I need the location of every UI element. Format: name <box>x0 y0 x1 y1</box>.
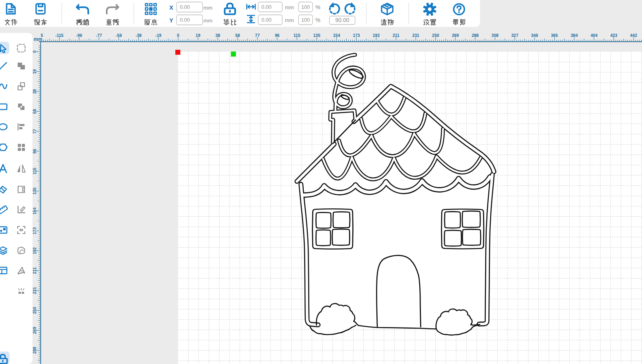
svg-text:211: 211 <box>392 33 399 38</box>
svg-text:442: 442 <box>630 33 637 38</box>
svg-text:38: 38 <box>215 33 220 38</box>
svg-text:346: 346 <box>531 33 538 38</box>
svg-text:192: 192 <box>373 33 380 38</box>
svg-text:173: 173 <box>32 227 37 234</box>
svg-text:404: 404 <box>591 33 598 38</box>
svg-text:-38: -38 <box>136 33 142 38</box>
svg-text:250: 250 <box>432 33 439 38</box>
svg-text:mm: mm <box>285 4 294 10</box>
svg-text:X: X <box>169 4 173 11</box>
svg-text:mm: mm <box>203 18 213 24</box>
svg-text:19: 19 <box>196 33 201 38</box>
svg-text:58: 58 <box>235 33 240 38</box>
svg-text:96: 96 <box>275 33 280 38</box>
svg-text:77: 77 <box>32 129 37 134</box>
svg-text:269: 269 <box>452 33 459 38</box>
svg-text:-19: -19 <box>155 33 161 38</box>
svg-text:0: 0 <box>32 51 37 53</box>
svg-text:0: 0 <box>177 33 179 38</box>
svg-text:135: 135 <box>32 187 37 195</box>
svg-text:231: 231 <box>412 33 419 38</box>
svg-text:135: 135 <box>313 33 321 38</box>
svg-text:173: 173 <box>353 33 360 38</box>
svg-text:-77: -77 <box>96 33 102 38</box>
svg-text:%: % <box>315 4 320 10</box>
svg-text:38: 38 <box>32 89 37 94</box>
svg-text:77: 77 <box>255 33 260 38</box>
svg-text:100: 100 <box>301 4 310 10</box>
svg-text:100: 100 <box>301 17 310 23</box>
svg-text:-58: -58 <box>116 33 122 38</box>
svg-text:154: 154 <box>32 207 37 215</box>
svg-text:Y: Y <box>169 17 173 24</box>
svg-text:mm: mm <box>34 37 42 42</box>
svg-text:0.00: 0.00 <box>262 4 272 10</box>
svg-text:96: 96 <box>32 149 37 154</box>
svg-text:327: 327 <box>511 33 518 38</box>
svg-text:423: 423 <box>610 33 618 38</box>
svg-text:-96: -96 <box>76 33 82 38</box>
svg-text:288: 288 <box>32 347 37 354</box>
svg-text:365: 365 <box>551 33 558 38</box>
svg-text:19: 19 <box>32 69 37 74</box>
svg-text:154: 154 <box>333 33 340 38</box>
svg-text:269: 269 <box>32 327 37 334</box>
svg-text:90.00: 90.00 <box>335 17 349 23</box>
svg-text:58: 58 <box>32 109 37 114</box>
svg-text:-115: -115 <box>55 33 64 38</box>
svg-text:384: 384 <box>571 33 578 38</box>
svg-text:115: 115 <box>294 33 301 38</box>
svg-text:0.00: 0.00 <box>262 17 272 23</box>
svg-text:mm: mm <box>285 17 294 23</box>
svg-text:288: 288 <box>471 33 479 38</box>
svg-text:115: 115 <box>32 168 37 175</box>
svg-text:308: 308 <box>492 33 499 38</box>
svg-text:250: 250 <box>32 307 37 314</box>
svg-text:192: 192 <box>32 247 37 254</box>
svg-text:0.00: 0.00 <box>180 17 190 23</box>
svg-text:mm: mm <box>203 5 213 11</box>
svg-text:%: % <box>315 17 320 23</box>
svg-text:0.00: 0.00 <box>180 4 190 10</box>
svg-text:231: 231 <box>32 287 37 294</box>
svg-text:211: 211 <box>32 267 37 274</box>
